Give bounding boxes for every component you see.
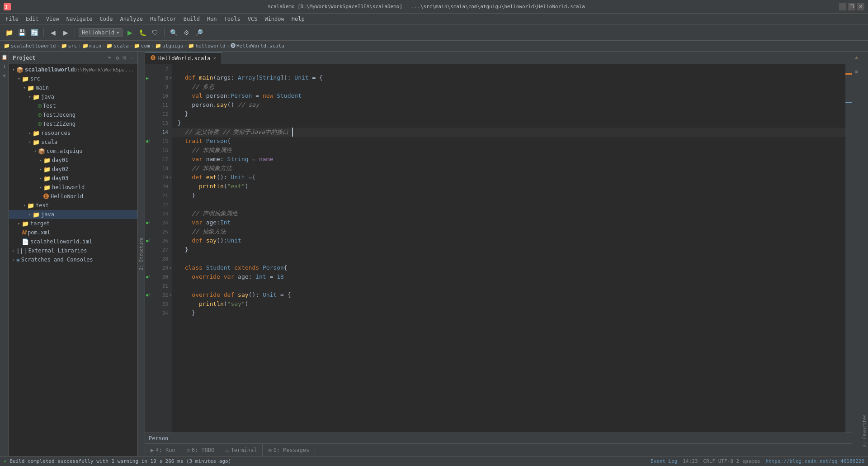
breadcrumb-com[interactable]: 📁 com (134, 43, 150, 49)
structure-label[interactable]: 2: Structure (139, 238, 144, 270)
tree-item-HelloWorld[interactable]: 🅢 HelloWorld (9, 192, 137, 201)
menu-view[interactable]: View (42, 15, 63, 23)
impl-icon-15[interactable]: ●! (146, 139, 151, 143)
breadcrumb-atguigu-label[interactable]: atguigu (162, 43, 183, 49)
status-encoding[interactable]: CRLF UTF-8 2 spaces (703, 458, 760, 464)
tree-item-Test[interactable]: © Test (9, 101, 137, 110)
tree-item-scratches[interactable]: ▸ ✱ Scratches and Consoles (9, 255, 137, 264)
minimize-button[interactable]: — (839, 3, 846, 10)
menu-build[interactable]: Build (180, 15, 203, 23)
settings-button[interactable]: ⚙ (181, 27, 192, 38)
bottom-tab-todo[interactable]: ☑ 6: TODO (181, 444, 221, 456)
menu-run[interactable]: Run (203, 15, 221, 23)
tree-label-TestJeceng: TestJeceng (43, 112, 75, 118)
right-notifications-icon[interactable]: ⚠ (853, 53, 860, 61)
menu-window[interactable]: Window (261, 15, 288, 23)
impl-icon-32[interactable]: ●! (146, 293, 151, 297)
event-log-link[interactable]: Event Log (651, 458, 678, 464)
menu-refactor[interactable]: Refactor (146, 15, 180, 23)
breadcrumb-root[interactable]: 📁 scalahelloworld (4, 43, 56, 49)
breadcrumb-main[interactable]: 📁 main (82, 43, 102, 49)
run-with-coverage-button[interactable]: 🛡 (150, 27, 160, 38)
breadcrumb-scala[interactable]: 📁 scala (106, 43, 128, 49)
toolbar-open-button[interactable]: 📁 (4, 27, 14, 38)
tree-item-pom[interactable]: 𝙈 pom.xml (9, 228, 137, 237)
run-button[interactable]: ▶ (124, 27, 135, 38)
breadcrumb-helloworld[interactable]: 📁 helloworld (188, 43, 225, 49)
fold-icon-19[interactable]: ▾ (170, 175, 172, 180)
tree-item-com-atguigu[interactable]: ▾ 📦 com.atguigu (9, 147, 137, 156)
close-button[interactable]: ✕ (857, 3, 864, 10)
commit-tool-icon[interactable]: ↕ (1, 62, 8, 70)
breadcrumb-helloworld-label[interactable]: helloworld (195, 43, 225, 49)
menu-analyze[interactable]: Analyze (116, 15, 146, 23)
menu-vcs[interactable]: VCS (244, 15, 261, 23)
tree-item-iml[interactable]: 📄 scalahelloworld.iml (9, 237, 137, 246)
menu-help[interactable]: Help (288, 15, 308, 23)
breadcrumb-src-label[interactable]: src (68, 43, 77, 49)
tree-item-src[interactable]: ▾ 📁 src (9, 74, 137, 83)
fold-icon-29[interactable]: ▾ (170, 266, 172, 270)
impl-icon-24[interactable]: ●! (146, 220, 151, 225)
tree-item-java[interactable]: ▾ 📁 java (9, 92, 137, 101)
bottom-tab-terminal[interactable]: ▭ Terminal (220, 444, 263, 456)
tab-helloworld-scala[interactable]: 🅢 HelloWorld.scala ✕ (145, 52, 222, 64)
tree-item-main[interactable]: ▾ 📁 main (9, 83, 137, 92)
toolbar-save-button[interactable]: 💾 (16, 27, 27, 38)
bottom-tab-run[interactable]: ▶ 4: Run (145, 444, 181, 456)
panel-expand-icon[interactable]: ⊞ (122, 54, 127, 62)
tree-item-target[interactable]: ▸ 📁 target (9, 219, 137, 228)
breadcrumb-scalahelloworld[interactable]: scalahelloworld (11, 43, 56, 49)
breadcrumb-main-label[interactable]: main (90, 43, 102, 49)
breadcrumb-src[interactable]: 📁 src (61, 43, 77, 49)
tree-item-TestJeceng[interactable]: © TestJeceng (9, 110, 137, 119)
breadcrumb-scala-label[interactable]: scala (113, 43, 128, 49)
menu-navigate[interactable]: Navigate (63, 15, 96, 23)
right-tool-1[interactable]: — (853, 61, 860, 68)
right-tool-2[interactable]: ≡ (853, 68, 860, 75)
panel-collapse-icon[interactable]: — (129, 54, 134, 62)
tree-item-java-test[interactable]: ▸ 📁 java (9, 210, 137, 219)
bottom-tab-messages[interactable]: ✉ 0: Messages (263, 444, 315, 456)
menu-file[interactable]: File (2, 15, 22, 23)
debug-button[interactable]: 🐛 (137, 27, 148, 38)
toolbar-forward-button[interactable]: ▶ (60, 27, 71, 38)
tree-item-scalahelloworld[interactable]: ▾ 📦 scalahelloworld D:\MyWork\WorkSpa... (9, 65, 137, 74)
breadcrumb-com-label[interactable]: com (141, 43, 150, 49)
tree-item-resources[interactable]: ▸ 📁 resources (9, 128, 137, 138)
breadcrumb-file[interactable]: 🅢 HelloWorld.scala (231, 43, 284, 49)
toolbar-back-button[interactable]: ◀ (47, 27, 58, 38)
run-icon-8[interactable]: ▶ (146, 76, 149, 81)
search-everywhere-button[interactable]: 🔍 (168, 27, 179, 38)
search-button[interactable]: 🔎 (193, 27, 204, 38)
tree-item-scala[interactable]: ▾ 📁 scala (9, 138, 137, 147)
tab-close-button[interactable]: ✕ (213, 55, 217, 61)
panel-settings-icon[interactable]: ⚙ (115, 54, 120, 62)
tree-item-day02[interactable]: ▸ 📁 day02 (9, 165, 137, 174)
panel-add-button[interactable]: ＋ (106, 53, 113, 62)
breadcrumb-atguigu[interactable]: 📁 atguigu (155, 43, 183, 49)
breadcrumb-file-label[interactable]: HelloWorld.scala (236, 43, 284, 49)
tree-item-day01[interactable]: ▸ 📁 day01 (9, 156, 137, 165)
menu-code[interactable]: Code (96, 15, 117, 23)
tree-item-day03[interactable]: ▸ 📁 day03 (9, 174, 137, 183)
menu-tools[interactable]: Tools (221, 15, 244, 23)
tree-item-external-libs[interactable]: ▸ ||| External Libraries (9, 246, 137, 255)
impl-icon-26[interactable]: ●! (146, 238, 151, 243)
code-content[interactable]: def main ( args: Array [ String ]): Unit… (172, 64, 845, 433)
menu-edit[interactable]: Edit (22, 15, 42, 23)
tree-item-helloworld[interactable]: ▾ 📁 helloworld (9, 183, 137, 192)
tree-item-TestZiZeng[interactable]: © TestZiZeng (9, 119, 137, 128)
toolbar-sync-button[interactable]: 🔄 (29, 27, 40, 38)
bookmark-tool-icon[interactable]: ★ (1, 71, 8, 79)
editor-scrollbar[interactable] (845, 64, 852, 433)
favorites-label[interactable]: 2: Favorites (862, 414, 867, 447)
maximize-button[interactable]: ❐ (848, 3, 855, 10)
impl-icon-30[interactable]: ●! (146, 275, 151, 279)
fold-icon-8[interactable]: ▾ (170, 76, 172, 80)
tree-item-test[interactable]: ▾ 📁 test (9, 201, 137, 210)
project-tool-icon[interactable]: 📋 (1, 53, 8, 61)
run-config-dropdown[interactable]: HelloWorld ▾ (79, 28, 123, 37)
fold-icon-32[interactable]: ▾ (170, 293, 172, 297)
status-url[interactable]: https://blog.csdn.net/qq_40180220 (765, 458, 864, 464)
